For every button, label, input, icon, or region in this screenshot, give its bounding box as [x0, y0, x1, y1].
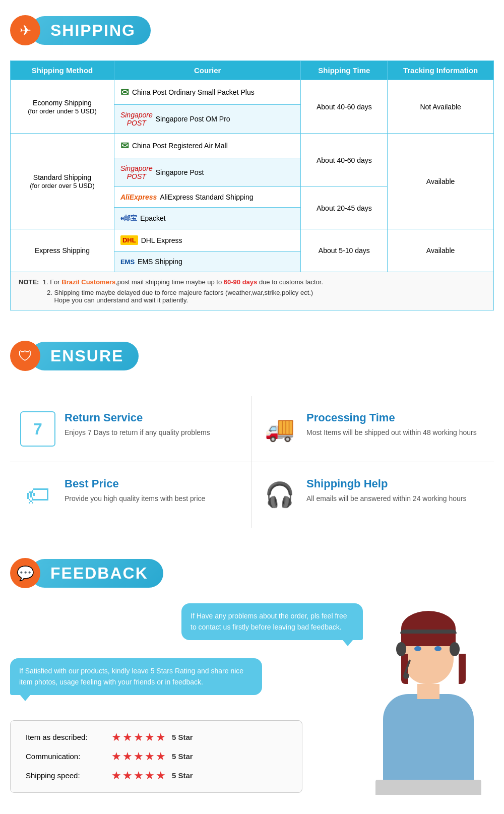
ensure-return-text: Return Service Enjoys 7 Days to return i…	[65, 411, 210, 438]
courier-chinapost-small: ✉ China Post Ordinary Small Packet Plus	[114, 80, 301, 105]
shipping-title: SHIPPING	[30, 16, 151, 45]
stars-3: ★★★★★	[111, 769, 167, 782]
time-express: About 5-10 days	[301, 229, 388, 272]
ensure-price-desc: Provide you high quality items with best…	[65, 493, 205, 504]
bubble-left: If Satisfied with our products, kindly l…	[10, 658, 262, 695]
rating-label-2: Communication:	[26, 752, 106, 761]
ensure-header: 🛡 ENSURE	[10, 341, 494, 371]
table-row: Standard Shipping(for order over 5 USD) …	[11, 134, 494, 158]
courier-name-air: China Post Registered Air Mall	[132, 142, 228, 150]
courier-ems: EMS EMS Shipping	[114, 252, 301, 272]
star-value-2: 5 Star	[172, 752, 193, 761]
ensure-item-return: 7 Return Service Enjoys 7 Days to return…	[10, 396, 252, 462]
chinapost-logo2: ✉	[120, 140, 129, 152]
tracking-standard: Available	[388, 134, 494, 229]
ensure-return-desc: Enjoys 7 Days to return if any quality p…	[65, 427, 210, 438]
ensure-processing-title: Processing Time	[306, 411, 477, 424]
ensure-help-text: Shippingb Help All emails will be answer…	[306, 477, 466, 504]
note-1: NOTE: 1. For Brazil Customers,post mail …	[19, 278, 485, 286]
col-courier: Courier	[114, 61, 301, 80]
note-2: 2. Shipping time maybe delayed due to fo…	[19, 289, 485, 304]
ensure-price-title: Best Price	[65, 477, 205, 490]
courier-name-ems: EMS Shipping	[138, 258, 182, 266]
star-value-1: 5 Star	[172, 733, 193, 741]
col-method: Shipping Method	[11, 61, 114, 80]
ensure-section: 7 Return Service Enjoys 7 Days to return…	[0, 381, 504, 543]
stars-2: ★★★★★	[111, 750, 167, 763]
bubble-left-wrapper: If Satisfied with our products, kindly l…	[10, 658, 494, 695]
days-text: 60-90 days	[224, 278, 258, 286]
ensure-processing-text: Processing Time Most Items will be shipp…	[306, 411, 477, 438]
bubble-left-tail	[20, 695, 30, 701]
method-economy: Economy Shipping(for order under 5 USD)	[11, 80, 114, 134]
feedback-icon: 💬	[10, 558, 40, 588]
tracking-economy: Not Available	[388, 80, 494, 134]
table-row: Economy Shipping(for order under 5 USD) …	[11, 80, 494, 105]
star-value-3: 5 Star	[172, 771, 193, 780]
col-time: Shipping Time	[301, 61, 388, 80]
feedback-section: If Have any problems about the order, pl…	[0, 598, 504, 814]
ensure-return-title: Return Service	[65, 411, 210, 424]
feedback-header: 💬 FEEDBACK	[10, 558, 494, 588]
time-standard-2: About 20-45 days	[301, 187, 388, 229]
rating-row-1: Item as described: ★★★★★ 5 Star	[26, 731, 287, 744]
ensure-item-processing: 🚚 Processing Time Most Items will be shi…	[252, 396, 494, 462]
bubble-right: If Have any problems about the order, pl…	[181, 603, 363, 640]
rating-row-3: Shipping speed: ★★★★★ 5 Star	[26, 769, 287, 782]
method-express: Express Shipping	[11, 229, 114, 272]
ensure-icon: 🛡	[10, 341, 40, 371]
bubbles-container: If Have any problems about the order, pl…	[10, 603, 494, 793]
note-section: NOTE: 1. For Brazil Customers,post mail …	[10, 272, 494, 310]
col-tracking: Tracking Information	[388, 61, 494, 80]
feedback-wrapper: If Have any problems about the order, pl…	[10, 603, 494, 814]
tracking-express: Available	[388, 229, 494, 272]
shipping-header: ✈ SHIPPING	[10, 15, 494, 45]
truck-icon: 🚚	[262, 411, 297, 447]
shipping-table: Shipping Method Courier Shipping Time Tr…	[10, 60, 494, 272]
bubble-right-tail	[343, 640, 353, 646]
time-economy: About 40-60 days	[301, 80, 388, 134]
courier-name-ep: Epacket	[140, 214, 166, 222]
ensure-help-title: Shippingb Help	[306, 477, 466, 490]
ensure-item-help: 🎧 Shippingb Help All emails will be answ…	[252, 462, 494, 528]
ensure-item-price: 🏷 Best Price Provide you high quality it…	[10, 462, 252, 528]
courier-name-dhl: DHL Express	[141, 236, 182, 244]
shipping-icon: ✈	[10, 15, 40, 45]
ems-logo: EMS	[120, 258, 135, 266]
tag-icon: 🏷	[20, 477, 55, 513]
rating-row-2: Communication: ★★★★★ 5 Star	[26, 750, 287, 763]
epacket-logo: e邮宝	[120, 214, 137, 223]
ratings-box: Item as described: ★★★★★ 5 Star Communic…	[10, 720, 302, 793]
rating-label-1: Item as described:	[26, 733, 106, 741]
shipping-section: Shipping Method Courier Shipping Time Tr…	[0, 55, 504, 326]
chinapost-logo: ✉	[120, 86, 129, 98]
feedback-title: FEEDBACK	[30, 559, 163, 588]
bubble-left-text: If Satisfied with our products, kindly l…	[19, 667, 243, 686]
time-standard-1: About 40-60 days	[301, 134, 388, 187]
stars-1: ★★★★★	[111, 731, 167, 744]
rating-label-3: Shipping speed:	[26, 771, 106, 780]
ensure-processing-desc: Most Items will be shipped out within 48…	[306, 427, 477, 438]
seven-icon: 7	[20, 411, 55, 447]
ensure-price-text: Best Price Provide you high quality item…	[65, 477, 205, 504]
courier-name-sg: Singapore Post	[156, 168, 204, 176]
ensure-help-desc: All emails will be answered within 24 wo…	[306, 493, 466, 504]
ali-logo: AliExpress	[120, 193, 157, 201]
courier-chinapost-air: ✉ China Post Registered Air Mall	[114, 134, 301, 158]
courier-name-sg-om: Singapore Post OM Pro	[156, 115, 230, 123]
headset-icon: 🎧	[262, 477, 297, 513]
courier-dhl: DHL DHL Express	[114, 229, 301, 252]
bubble-right-wrapper: If Have any problems about the order, pl…	[10, 603, 494, 640]
courier-aliexpress: AliExpress AliExpress Standard Shipping	[114, 187, 301, 208]
courier-name-1: China Post Ordinary Small Packet Plus	[132, 88, 255, 96]
sgpost-logo: SingaporePOST	[120, 111, 153, 127]
brazil-text: Brazil Customers	[61, 278, 115, 286]
ensure-title: ENSURE	[30, 342, 139, 370]
courier-sgpost-om: SingaporePOST Singapore Post OM Pro	[114, 105, 301, 134]
bubble-right-text: If Have any problems about the order, pl…	[191, 612, 347, 631]
dhl-logo: DHL	[120, 235, 138, 245]
table-row: Express Shipping DHL DHL Express About 5…	[11, 229, 494, 252]
sgpost-logo2: SingaporePOST	[120, 164, 153, 180]
courier-epacket: e邮宝 Epacket	[114, 208, 301, 229]
method-standard: Standard Shipping(for order over 5 USD)	[11, 134, 114, 229]
